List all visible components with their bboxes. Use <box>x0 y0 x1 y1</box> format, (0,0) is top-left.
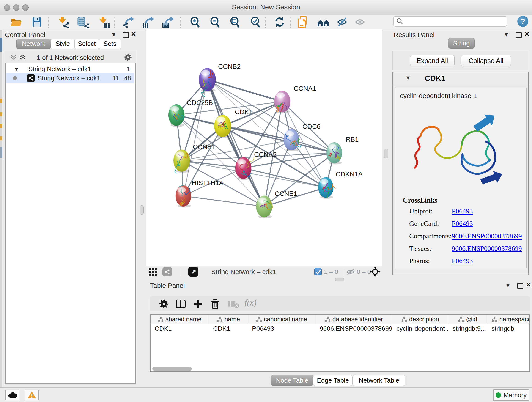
table-horizontal-scrollbar[interactable] <box>152 367 192 371</box>
show-columns-icon[interactable] <box>176 299 186 309</box>
table-gear-icon[interactable] <box>159 299 169 309</box>
string-network-icon <box>27 74 35 82</box>
right-splitter-handle[interactable] <box>384 149 388 158</box>
column-header[interactable]: shared name <box>151 315 209 324</box>
results-panel-menu-icon[interactable]: ▾ <box>505 31 508 38</box>
help-icon[interactable]: ? <box>517 16 528 27</box>
network-collection-row[interactable]: ▼ String Network – cdk1 1 <box>6 65 134 73</box>
show-graphics-details-icon[interactable] <box>354 16 367 28</box>
control-panel-close-icon[interactable]: × <box>131 32 136 36</box>
tab-edge-table[interactable]: Edge Table <box>313 375 353 386</box>
zoom-out-icon[interactable] <box>209 16 222 28</box>
results-panel-float-icon[interactable] <box>516 32 522 38</box>
network-node-HIST1H1A[interactable] <box>176 185 191 208</box>
warnings-button[interactable] <box>25 390 39 400</box>
crosslink-label: Tissues: <box>409 245 431 252</box>
node-label-CDK1: CDK1 <box>235 108 253 115</box>
network-node-CCNA1[interactable] <box>274 91 290 114</box>
zoom-in-icon[interactable] <box>189 16 202 28</box>
hide-graphics-details-icon[interactable] <box>336 16 349 28</box>
copy-document-icon[interactable] <box>297 16 309 28</box>
collection-expand-icon[interactable]: ▼ <box>14 66 19 72</box>
title-bar: Session: New Session <box>0 0 532 15</box>
network-canvas[interactable]: CCNB2CCNA1CDC25BCDK1CDC6RB1CCNB1CCNA2CDK… <box>146 29 382 266</box>
selected-indicator-checkbox[interactable] <box>314 268 322 275</box>
left-splitter-handle[interactable] <box>140 205 144 215</box>
table-panel-close-icon[interactable]: × <box>526 282 531 287</box>
collapse-all-button[interactable]: Collapse All <box>461 55 511 66</box>
results-panel-title: Results Panel <box>394 31 435 39</box>
search-icon <box>396 18 403 25</box>
grid-view-icon[interactable] <box>149 268 157 276</box>
add-column-icon[interactable] <box>193 299 203 309</box>
tab-style[interactable]: Style <box>51 38 75 49</box>
control-panel-menu-icon[interactable]: ▾ <box>112 31 115 38</box>
column-header[interactable]: name <box>209 315 248 324</box>
memory-button[interactable]: Memory <box>493 389 529 401</box>
tab-network[interactable]: Network <box>17 38 51 49</box>
control-panel-float-icon[interactable] <box>123 32 129 38</box>
tab-select[interactable]: Select <box>75 38 99 49</box>
table-row[interactable]: CDK1 CDK1 P06493 9606.ENSP00000378699 cy… <box>151 324 530 333</box>
column-header[interactable]: canonical name <box>248 315 316 324</box>
network-label: String Network – cdk1 <box>38 75 100 82</box>
tab-sets[interactable]: Sets <box>99 38 121 49</box>
table-panel-menu-icon[interactable]: ▾ <box>506 281 510 289</box>
search-input[interactable] <box>403 18 503 25</box>
crosslink-value[interactable]: P06493 <box>452 257 473 265</box>
string-style-icon[interactable] <box>162 267 172 276</box>
export-network-icon[interactable] <box>122 16 135 28</box>
zoom-fit-icon[interactable] <box>229 16 241 28</box>
zoom-selected-icon[interactable] <box>249 16 262 28</box>
crosslink-value[interactable]: 9606.ENSP00000378699 <box>452 232 522 240</box>
delete-column-icon[interactable] <box>210 299 220 309</box>
table-panel-float-icon[interactable] <box>517 283 523 289</box>
column-header[interactable]: namespace <box>487 315 530 324</box>
column-header[interactable]: description <box>392 315 448 324</box>
network-row[interactable]: String Network – cdk1 11 48 <box>6 73 134 83</box>
export-table-icon[interactable] <box>142 16 155 28</box>
crosslink-label: Uniprot: <box>409 207 433 215</box>
pan-mode-icon[interactable] <box>370 267 380 277</box>
crosslink-row: GeneCard:P06493 <box>409 220 528 230</box>
expand-all-button[interactable]: Expand All <box>410 55 455 66</box>
node-table[interactable]: shared name name canonical name database… <box>150 314 530 372</box>
crosslink-value[interactable]: P06493 <box>452 220 473 227</box>
network-node-CDK1[interactable] <box>214 115 231 138</box>
network-node-CDC25B[interactable] <box>168 104 184 127</box>
network-node-CDKN1A[interactable] <box>318 177 336 199</box>
network-node-RB1[interactable] <box>326 142 342 164</box>
gene-details: cyclin-dependent kinase 1 CrossLinks Uni… <box>395 88 526 268</box>
crosslink-value[interactable]: 9606.ENSP00000378699 <box>452 245 522 252</box>
selected-count: 1 – 0 <box>324 268 338 275</box>
function-builder-icon: f(x) <box>244 298 257 307</box>
column-header[interactable]: database identifier <box>316 315 392 324</box>
import-network-from-database-icon[interactable] <box>76 16 89 28</box>
column-header[interactable]: @id <box>448 315 487 324</box>
search-field[interactable] <box>393 16 507 27</box>
cloud-status-button[interactable] <box>5 390 19 400</box>
tab-node-table[interactable]: Node Table <box>271 375 313 386</box>
open-session-icon[interactable] <box>10 16 22 28</box>
network-node-CCNB1[interactable] <box>173 150 190 173</box>
node-label-CCNE1: CCNE1 <box>275 190 297 197</box>
home-layout-icon[interactable] <box>317 16 330 28</box>
network-node-CCNE1[interactable] <box>256 196 273 218</box>
hidden-eye-slash-icon <box>346 268 355 276</box>
import-network-icon[interactable] <box>57 16 70 28</box>
tab-network-table[interactable]: Network Table <box>353 375 405 386</box>
export-image-icon[interactable] <box>162 16 175 28</box>
refresh-icon[interactable] <box>273 16 286 28</box>
crosslink-row: Uniprot:P06493 <box>409 207 528 217</box>
network-graph[interactable]: CCNB2CCNA1CDC25BCDK1CDC6RB1CCNB1CCNA2CDK… <box>146 29 382 266</box>
network-selection-status: 1 of 1 Network selected <box>5 54 136 61</box>
gene-collapse-icon[interactable]: ▾ <box>406 74 410 81</box>
tab-string-results[interactable]: String <box>448 38 475 49</box>
birds-eye-view-icon[interactable]: ↗ <box>188 267 198 277</box>
crosslink-row: Tissues:9606.ENSP00000378699 <box>409 245 528 255</box>
network-options-gear-icon[interactable] <box>124 53 132 61</box>
import-table-icon[interactable] <box>98 16 110 28</box>
results-panel-close-icon[interactable]: × <box>525 32 529 36</box>
crosslink-value[interactable]: P06493 <box>452 207 473 215</box>
save-session-icon[interactable] <box>30 16 43 28</box>
